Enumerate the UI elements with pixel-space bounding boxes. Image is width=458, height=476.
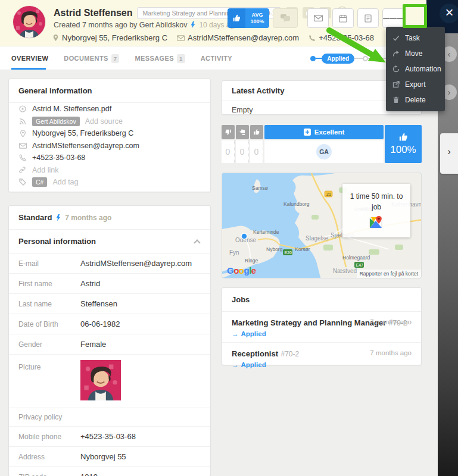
tab-activity[interactable]: ACTIVITY [201,55,232,62]
tab-messages[interactable]: MESSAGES1 [135,54,185,63]
job-row[interactable]: Receptionist #70-2 7 months ago → Applie… [222,343,421,373]
mail-icon [314,15,323,21]
field-row-zip-code[interactable]: ZIP code 1819 [9,467,210,476]
map-label: Fyn [229,249,239,256]
map-attribution-link[interactable]: Rapporter en fejl på kortet [357,270,421,278]
tab-overview[interactable]: OVERVIEW [11,55,48,62]
add-link-label[interactable]: Add link [32,166,58,174]
location-dot [241,233,247,239]
avg-value: 100% [250,18,264,25]
standard-header: Standard 7 months ago [9,206,210,230]
field-row-last-name[interactable]: Last name Steffensen [9,294,210,314]
job-row[interactable]: Marketing Strategy and Planning Manager … [222,312,421,343]
thumbs-neutral-button[interactable] [236,125,249,139]
add-source-link[interactable]: Add source [85,117,123,126]
phone-row: +4523-35-03-68 [9,152,210,164]
general-email[interactable]: AstridMSteffensen@dayrep.com [32,142,139,150]
link-icon [19,167,26,174]
field-row-date-of-birth[interactable]: Date of Birth 06-06-1982 [9,314,210,334]
travel-time-card: 1 time 50 min. to job [342,184,410,237]
avg-score-button[interactable]: AVG 100% [228,8,269,28]
field-row-picture[interactable]: Picture [9,355,210,408]
cv-file-name[interactable]: Astrid M. Steffensen.pdf [32,105,111,113]
general-information-card: General information Astrid M. Steffensen… [8,79,211,192]
source-tag[interactable]: Gert Abildskov [32,117,80,126]
phone-icon [19,154,26,161]
menu-item-automation[interactable]: Automation [386,61,445,77]
rater-initials-avatar[interactable]: GA [316,144,332,159]
thumbs-down-button[interactable] [222,125,235,139]
general-phone[interactable]: +4523-35-03-68 [32,154,85,162]
created-line: Created 7 months ago by Gert Abildskov 1… [54,21,238,29]
overall-score-value: 100% [390,144,416,156]
envelope-icon [19,143,27,149]
field-row-email[interactable]: E-mail AstridMSteffensen@dayrep.com [9,253,210,274]
google-maps-icon [369,215,384,230]
close-button[interactable]: × [440,4,458,23]
job-stage-link[interactable]: → Applied [232,330,412,337]
notes-button[interactable] [357,8,379,28]
map-label: Ringe [245,258,258,264]
cv-file-row[interactable]: Astrid M. Steffensen.pdf [9,103,210,115]
map-label: Korsør [295,246,310,252]
thumbs-up-icon [253,129,260,136]
road-badge: E20 [285,250,292,255]
collapse-chevron-icon[interactable] [194,239,200,246]
stage-badge[interactable]: Applied [322,54,354,64]
menu-item-task[interactable]: Task [386,30,445,46]
jobs-title: Jobs [222,288,421,312]
menu-item-delete[interactable]: Delete [386,92,445,108]
header-email[interactable]: AstridMSteffensen@dayrep.com [188,33,299,42]
avatar[interactable] [13,6,45,38]
location-pin-icon [52,34,59,42]
thumbs-up-count: 0 [250,140,263,163]
google-logo: Google [227,265,256,275]
send-mail-button[interactable] [307,8,329,28]
field-row-first-name[interactable]: First name Astrid [9,274,210,294]
picture-thumbnail[interactable] [80,360,121,403]
field-row-gender[interactable]: Gender Female [9,334,210,355]
messages-count-badge: 1 [177,54,185,63]
thumbs-neutral-icon [239,129,246,136]
personal-information-header[interactable]: Personal information [9,230,210,253]
field-row-privacy-policy[interactable]: Privacy policy [9,408,210,427]
stage-circle[interactable] [376,56,382,61]
phone-icon [309,35,316,42]
menu-item-move[interactable]: Move [386,46,445,61]
rater-area: GA [264,140,384,163]
email-row: AstridMSteffensen@dayrep.com [9,140,210,152]
tags-row: C# Add tag [9,176,210,189]
email-segment: AstridMSteffensen@dayrep.com [177,33,299,42]
flash-icon [190,21,196,29]
add-link-row[interactable]: Add link [9,164,210,177]
tag-chip[interactable]: C# [32,177,47,187]
stage-dot [310,56,316,61]
more-menu-button[interactable] [382,8,404,28]
tab-documents[interactable]: DOCUMENTS7 [64,54,119,63]
add-tag-label[interactable]: Add tag [52,178,78,186]
avg-score-label: AVG 100% [245,8,269,28]
job-stage-link[interactable]: → Applied [232,361,412,368]
field-row-address[interactable]: Address Nyborgvej 55 [9,447,210,467]
excellent-rating-bar[interactable]: Excellent [264,125,384,139]
arrow-right-icon: → [232,361,239,368]
thumbs-up-button[interactable] [250,125,263,139]
header-actions: AVG 100% [228,8,404,28]
header-phone[interactable]: +4523-35-03-68 [319,33,374,42]
menu-item-export[interactable]: Export [386,77,445,92]
pipeline-stepper: Applied [310,46,390,70]
tab-bar: OVERVIEW DOCUMENTS7 MESSAGES1 ACTIVITY A… [0,46,438,70]
background-card-chevron[interactable]: › [440,133,458,174]
calendar-button[interactable] [332,8,354,28]
envelope-icon [177,35,185,41]
commute-map[interactable]: Samsø Kalundborg Kerteminde Odense Fyn N… [222,173,422,278]
field-row-mobile-phone[interactable]: Mobile phone +4523-35-03-68 [9,427,210,447]
check-icon [392,35,400,42]
road-badge: E47 [356,263,364,267]
chat-button[interactable] [273,8,298,28]
stage-circle[interactable] [363,56,368,61]
thumbs-up-icon [228,8,245,28]
cv-file-icon [19,105,26,112]
header-address: Nyborgvej 55, Frederiksberg C [62,33,167,42]
overall-score-tile[interactable]: 100% [385,125,422,163]
